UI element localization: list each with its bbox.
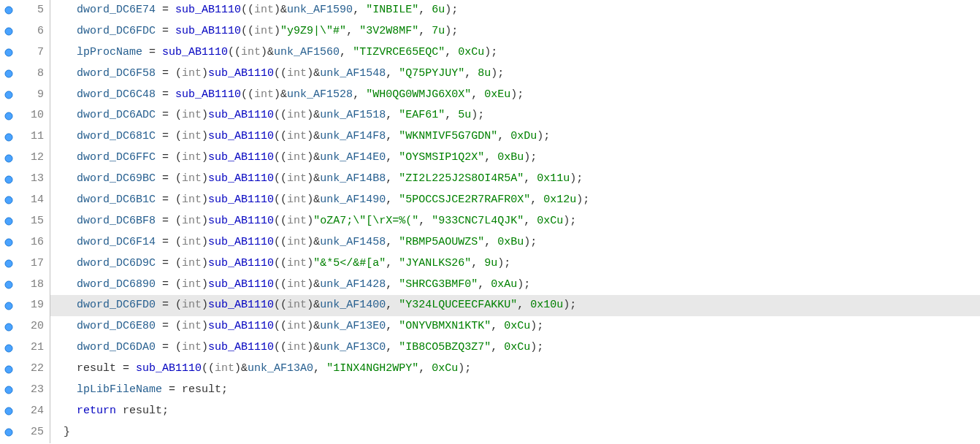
code-content[interactable]: dword_DC6D9C = (int)sub_AB1110((int)"&*5… <box>50 253 980 275</box>
line-number[interactable]: 13 <box>18 169 50 190</box>
svg-point-15 <box>5 324 12 331</box>
code-line[interactable]: 17 dword_DC6D9C = (int)sub_AB1110((int)"… <box>0 253 980 275</box>
token-cast: int <box>287 109 307 121</box>
breakpoint-icon[interactable] <box>0 365 18 374</box>
line-number[interactable]: 9 <box>18 85 50 106</box>
code-line[interactable]: 6 dword_DC6FDC = sub_AB1110((int)"y9Z9|\… <box>0 21 980 42</box>
code-line[interactable]: 25} <box>0 422 980 443</box>
code-line[interactable]: 10 dword_DC6ADC = (int)sub_AB1110((int)&… <box>0 105 980 126</box>
code-line[interactable]: 21 dword_DC6DA0 = (int)sub_AB1110((int)&… <box>0 337 980 359</box>
code-content[interactable]: dword_DC6F58 = (int)sub_AB1110((int)&unk… <box>50 64 980 85</box>
breakpoint-icon[interactable] <box>0 302 18 310</box>
code-content[interactable]: dword_DC681C = (int)sub_AB1110((int)&unk… <box>50 126 980 148</box>
breakpoint-icon[interactable] <box>0 27 18 36</box>
line-number[interactable]: 14 <box>18 190 50 211</box>
breakpoint-icon[interactable] <box>0 428 18 437</box>
line-number[interactable]: 8 <box>18 64 50 85</box>
token-op: (( <box>274 215 287 227</box>
code-content[interactable]: dword_DC6E74 = sub_AB1110((int)&unk_AF15… <box>50 0 980 21</box>
breakpoint-icon[interactable] <box>0 344 18 353</box>
code-line[interactable]: 22 result = sub_AB1110((int)&unk_AF13A0,… <box>0 359 980 380</box>
line-number[interactable]: 23 <box>18 380 50 401</box>
line-number[interactable]: 20 <box>18 316 50 337</box>
token-global: dword_DC6D9C <box>77 257 156 269</box>
code-line[interactable]: 7 lpProcName = sub_AB1110((int)&unk_AF15… <box>0 42 980 64</box>
line-number[interactable]: 21 <box>18 337 50 359</box>
code-line[interactable]: 11 dword_DC681C = (int)sub_AB1110((int)&… <box>0 126 980 148</box>
code-content[interactable]: dword_DC6BF8 = (int)sub_AB1110((int)"oZA… <box>50 211 980 232</box>
code-content[interactable]: dword_DC6E80 = (int)sub_AB1110((int)&unk… <box>50 316 980 337</box>
line-number[interactable]: 19 <box>18 295 50 316</box>
breakpoint-icon[interactable] <box>0 280 18 289</box>
token-brace: } <box>64 426 70 438</box>
code-line[interactable]: 15 dword_DC6BF8 = (int)sub_AB1110((int)"… <box>0 211 980 232</box>
code-content[interactable]: dword_DC6890 = (int)sub_AB1110((int)&unk… <box>50 275 980 296</box>
breakpoint-icon[interactable] <box>0 154 18 163</box>
code-content[interactable]: return result; <box>50 401 980 422</box>
line-number[interactable]: 17 <box>18 253 50 275</box>
code-line[interactable]: 23 lpLibFileName = result; <box>0 380 980 401</box>
token-op: , <box>418 25 432 37</box>
breakpoint-icon[interactable] <box>0 259 18 268</box>
line-number[interactable]: 22 <box>18 359 50 380</box>
line-number[interactable]: 12 <box>18 148 50 169</box>
token-indent <box>64 148 77 169</box>
breakpoint-icon[interactable] <box>0 69 18 78</box>
breakpoint-icon[interactable] <box>0 175 18 184</box>
code-line[interactable]: 19 dword_DC6FD0 = (int)sub_AB1110((int)&… <box>0 295 980 316</box>
code-line[interactable]: 9 dword_DC6C48 = sub_AB1110((int)&unk_AF… <box>0 85 980 106</box>
token-op: )& <box>307 341 320 353</box>
line-number[interactable]: 10 <box>18 105 50 126</box>
code-line[interactable]: 24 return result; <box>0 401 980 422</box>
code-content[interactable]: result = sub_AB1110((int)&unk_AF13A0, "1… <box>50 359 980 380</box>
breakpoint-icon[interactable] <box>0 217 18 226</box>
code-line[interactable]: 8 dword_DC6F58 = (int)sub_AB1110((int)&u… <box>0 64 980 85</box>
token-op: ); <box>491 67 504 80</box>
breakpoint-icon[interactable] <box>0 407 18 416</box>
breakpoint-icon[interactable] <box>0 386 18 394</box>
token-op: , <box>517 299 530 311</box>
code-content[interactable]: } <box>50 422 980 443</box>
line-number[interactable]: 7 <box>18 42 50 64</box>
code-content[interactable]: dword_DC6DA0 = (int)sub_AB1110((int)&unk… <box>50 337 980 359</box>
token-num: 0xCu <box>458 46 484 58</box>
code-line[interactable]: 12 dword_DC6FFC = (int)sub_AB1110((int)&… <box>0 148 980 169</box>
token-op: )& <box>307 236 320 248</box>
line-number[interactable]: 5 <box>18 0 50 21</box>
breakpoint-icon[interactable] <box>0 133 18 142</box>
breakpoint-icon[interactable] <box>0 112 18 120</box>
code-content[interactable]: lpProcName = sub_AB1110((int)&unk_AF1560… <box>50 42 980 64</box>
line-number[interactable]: 6 <box>18 21 50 42</box>
line-number[interactable]: 11 <box>18 126 50 148</box>
code-line[interactable]: 16 dword_DC6F14 = (int)sub_AB1110((int)&… <box>0 232 980 253</box>
code-content[interactable]: dword_DC69BC = (int)sub_AB1110((int)&unk… <box>50 169 980 190</box>
line-number[interactable]: 25 <box>18 422 50 443</box>
code-line[interactable]: 20 dword_DC6E80 = (int)sub_AB1110((int)&… <box>0 316 980 337</box>
code-content[interactable]: dword_DC6FFC = (int)sub_AB1110((int)&unk… <box>50 148 980 169</box>
code-line[interactable]: 14 dword_DC6B1C = (int)sub_AB1110((int)&… <box>0 190 980 211</box>
token-op: , <box>386 172 399 185</box>
code-content[interactable]: dword_DC6FDC = sub_AB1110((int)"y9Z9|\"#… <box>50 21 980 42</box>
line-number[interactable]: 15 <box>18 211 50 232</box>
breakpoint-icon[interactable] <box>0 238 18 247</box>
line-number[interactable]: 16 <box>18 232 50 253</box>
code-content[interactable]: dword_DC6ADC = (int)sub_AB1110((int)&unk… <box>50 105 980 126</box>
code-line[interactable]: 18 dword_DC6890 = (int)sub_AB1110((int)&… <box>0 275 980 296</box>
code-content[interactable]: dword_DC6C48 = sub_AB1110((int)&unk_AF15… <box>50 85 980 106</box>
line-number[interactable]: 24 <box>18 401 50 422</box>
line-number[interactable]: 18 <box>18 275 50 296</box>
code-content[interactable]: dword_DC6FD0 = (int)sub_AB1110((int)&unk… <box>50 295 980 316</box>
code-content[interactable]: dword_DC6B1C = (int)sub_AB1110((int)&unk… <box>50 190 980 211</box>
breakpoint-icon[interactable] <box>0 91 18 99</box>
breakpoint-icon[interactable] <box>0 48 18 57</box>
code-content[interactable]: dword_DC6F14 = (int)sub_AB1110((int)&unk… <box>50 232 980 253</box>
svg-point-5 <box>5 112 12 120</box>
breakpoint-icon[interactable] <box>0 196 18 204</box>
breakpoint-icon[interactable] <box>0 6 18 15</box>
code-content[interactable]: lpLibFileName = result; <box>50 380 980 401</box>
breakpoint-icon[interactable] <box>0 323 18 332</box>
code-line[interactable]: 5 dword_DC6E74 = sub_AB1110((int)&unk_AF… <box>0 0 980 21</box>
decompiler-view[interactable]: 5 dword_DC6E74 = sub_AB1110((int)&unk_AF… <box>0 0 980 443</box>
token-indent <box>64 337 77 359</box>
code-line[interactable]: 13 dword_DC69BC = (int)sub_AB1110((int)&… <box>0 169 980 190</box>
